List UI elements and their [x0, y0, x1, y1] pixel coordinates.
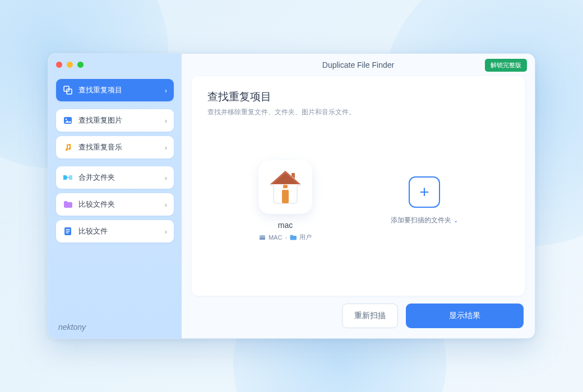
sidebar-item-merge-folders[interactable]: 合并文件夹 › — [56, 166, 174, 189]
sidebar-item-duplicates[interactable]: 查找重复项目 › — [56, 79, 174, 101]
sidebar-item-label: 查找重复图片 — [78, 115, 159, 125]
folder-icon — [63, 199, 73, 209]
sidebar-item-label: 比较文件 — [78, 226, 159, 236]
brand-logo: nektony — [56, 323, 174, 332]
app-window: 查找重复项目 › 查找重复图片 › 查找重复音乐 › — [48, 53, 535, 339]
scan-folder-card[interactable]: mac MAC › 用户 — [258, 160, 312, 241]
svg-rect-5 — [66, 229, 70, 230]
sidebar: 查找重复项目 › 查找重复图片 › 查找重复音乐 › — [48, 54, 182, 338]
chevron-right-icon: › — [165, 200, 167, 209]
page-subtitle: 查找并移除重复文件、文件夹、图片和音乐文件。 — [207, 108, 432, 117]
fullscreen-window-button[interactable] — [77, 62, 84, 68]
sidebar-item-label: 合并文件夹 — [78, 172, 159, 183]
chevron-right-icon: › — [165, 86, 167, 95]
chevron-right-icon: › — [165, 116, 167, 125]
close-window-button[interactable] — [56, 62, 62, 68]
add-folder-dropdown[interactable]: 添加要扫描的文件夹 ⌄ — [391, 216, 458, 225]
svg-rect-2 — [64, 117, 72, 124]
chevron-right-icon: › — [285, 234, 287, 241]
chevron-right-icon: › — [165, 174, 167, 182]
folder-small-icon — [290, 234, 297, 241]
sidebar-item-label: 查找重复项目 — [78, 85, 159, 95]
add-folder-label: 添加要扫描的文件夹 — [391, 216, 451, 225]
footer: 重新扫描 显示结果 — [182, 296, 535, 338]
add-folder-button[interactable]: + — [409, 176, 440, 208]
image-icon — [63, 115, 73, 125]
folder-name: mac — [278, 221, 293, 230]
sidebar-item-label: 比较文件夹 — [78, 199, 159, 209]
window-controls — [56, 62, 174, 68]
home-folder-icon — [258, 160, 312, 214]
svg-rect-6 — [66, 231, 70, 231]
titlebar: Duplicate File Finder 解锁完整版 — [182, 54, 535, 76]
breadcrumb-volume: MAC — [269, 234, 282, 241]
sidebar-item-images[interactable]: 查找重复图片 › — [56, 109, 174, 132]
chevron-down-icon: ⌄ — [454, 217, 458, 223]
main-content: Duplicate File Finder 解锁完整版 查找重复项目 查找并移除… — [182, 54, 535, 338]
sidebar-item-compare-folders[interactable]: 比较文件夹 › — [56, 193, 174, 216]
breadcrumb: MAC › 用户 — [259, 233, 312, 241]
duplicate-items-icon — [63, 85, 73, 95]
svg-rect-7 — [66, 232, 69, 233]
page-title: 查找重复项目 — [207, 90, 509, 104]
svg-rect-8 — [282, 190, 289, 203]
add-folder-card: + 添加要扫描的文件夹 ⌄ — [391, 176, 458, 225]
svg-point-3 — [66, 119, 67, 120]
svg-rect-11 — [260, 238, 265, 240]
show-results-button[interactable]: 显示结果 — [406, 304, 524, 328]
sidebar-item-music[interactable]: 查找重复音乐 › — [56, 136, 174, 158]
chevron-right-icon: › — [165, 227, 167, 236]
music-icon — [63, 142, 73, 152]
sidebar-item-compare-files[interactable]: 比较文件 › — [56, 220, 174, 242]
file-icon — [63, 226, 73, 236]
unlock-full-button[interactable]: 解锁完整版 — [485, 59, 527, 72]
merge-icon — [63, 172, 73, 183]
minimize-window-button[interactable] — [67, 62, 73, 68]
app-title: Duplicate File Finder — [322, 60, 394, 69]
sidebar-item-label: 查找重复音乐 — [78, 142, 159, 152]
plus-icon: + — [419, 184, 429, 200]
scan-area: mac MAC › 用户 + — [207, 117, 509, 284]
disk-icon — [259, 234, 266, 241]
chevron-right-icon: › — [165, 143, 167, 152]
breadcrumb-dir: 用户 — [299, 233, 312, 241]
content-card: 查找重复项目 查找并移除重复文件、文件夹、图片和音乐文件。 — [192, 76, 525, 296]
rescan-button[interactable]: 重新扫描 — [342, 304, 398, 328]
svg-rect-9 — [283, 185, 288, 188]
